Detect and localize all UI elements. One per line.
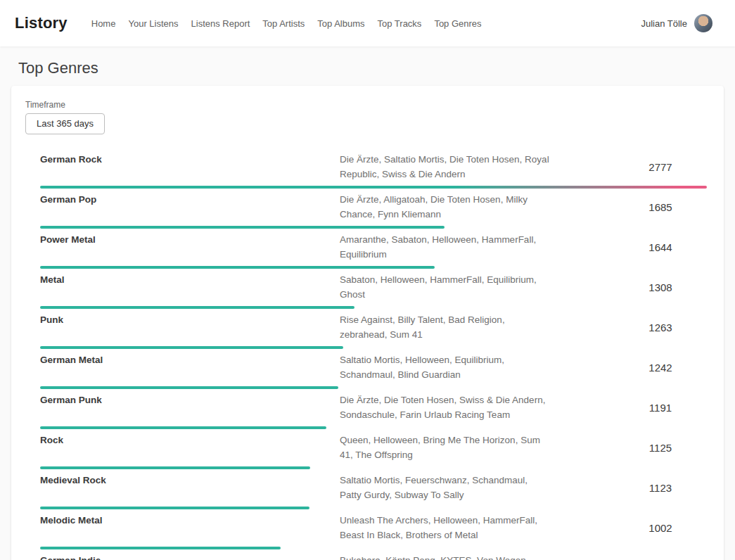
genre-name: Medieval Rock (40, 473, 340, 488)
genre-row: German Metal Saltatio Mortis, Helloween,… (40, 349, 710, 389)
nav-link-top-genres[interactable]: Top Genres (434, 18, 481, 29)
genre-count: 1191 (611, 400, 710, 415)
genre-artists: Die Ärzte, Saltatio Mortis, Die Toten Ho… (340, 152, 551, 182)
nav-link-top-albums[interactable]: Top Albums (317, 18, 364, 29)
genre-artists: Sabaton, Helloween, HammerFall, Equilibr… (340, 272, 551, 302)
genre-name: German Rock (40, 152, 340, 167)
genre-count: 1644 (611, 240, 710, 255)
page-title: Top Genres (18, 59, 735, 77)
timeframe-select[interactable]: Last 365 days (25, 113, 105, 134)
nav-link-top-artists[interactable]: Top Artists (262, 18, 305, 29)
genre-count: 1263 (611, 320, 710, 335)
nav-link-home[interactable]: Home (91, 18, 116, 29)
genre-name: German Punk (40, 393, 340, 407)
nav-left: Listory HomeYour ListensListens ReportTo… (15, 14, 482, 32)
app-logo[interactable]: Listory (15, 14, 68, 32)
genre-count: 1308 (611, 280, 710, 295)
genre-row: German Indie Bukahara, Käptn Peng, KYTES… (40, 549, 710, 560)
genre-artists: Bukahara, Käptn Peng, KYTES, Von Wegen L… (340, 553, 551, 560)
nav-links: HomeYour ListensListens ReportTop Artist… (79, 18, 482, 29)
genre-name: German Pop (40, 192, 340, 207)
nav-link-listens-report[interactable]: Listens Report (191, 18, 250, 29)
genre-name: Punk (40, 312, 340, 327)
main-content: Top Genres Timeframe Last 365 days Germa… (0, 59, 735, 560)
top-genres-card: Timeframe Last 365 days German Rock Die … (11, 86, 724, 560)
genre-row: Melodic Metal Unleash The Archers, Hello… (40, 509, 710, 549)
genre-row: German Pop Die Ärzte, Alligatoah, Die To… (40, 189, 710, 229)
genre-name: German Indie (40, 553, 340, 560)
genre-name: Metal (40, 272, 340, 287)
genre-row: Rock Queen, Helloween, Bring Me The Hori… (40, 429, 710, 469)
genre-artists: Die Ärzte, Alligatoah, Die Toten Hosen, … (340, 192, 551, 222)
genre-row: Power Metal Amaranthe, Sabaton, Hellowee… (40, 229, 710, 269)
genre-row: German Rock Die Ärzte, Saltatio Mortis, … (40, 148, 710, 189)
genre-row: Medieval Rock Saltatio Mortis, Feuerschw… (40, 469, 710, 509)
nav-link-your-listens[interactable]: Your Listens (128, 18, 178, 29)
genre-count: 2777 (611, 160, 710, 174)
user-name: Julian Tölle (641, 18, 687, 29)
genre-artists: Queen, Helloween, Bring Me The Horizon, … (340, 433, 551, 462)
genre-artists: Unleash The Archers, Helloween, HammerFa… (340, 513, 551, 542)
user-menu[interactable]: Julian Tölle (641, 14, 712, 32)
genre-count: 1125 (611, 440, 710, 455)
genre-name: Power Metal (40, 232, 340, 247)
genre-row: German Punk Die Ärzte, Die Toten Hosen, … (40, 389, 710, 429)
genre-row: Metal Sabaton, Helloween, HammerFall, Eq… (40, 269, 710, 309)
genre-artists: Die Ärzte, Die Toten Hosen, Swiss & Die … (340, 393, 551, 422)
genre-name: German Metal (40, 352, 340, 367)
genre-row: Punk Rise Against, Billy Talent, Bad Rel… (40, 309, 710, 349)
genre-name: Melodic Metal (40, 513, 340, 528)
genre-artists: Amaranthe, Sabaton, Helloween, HammerFal… (340, 232, 551, 262)
timeframe-label: Timeframe (25, 100, 710, 110)
timeframe-filter: Timeframe Last 365 days (25, 100, 710, 134)
top-nav: Listory HomeYour ListensListens ReportTo… (0, 0, 735, 46)
genre-count: 1685 (611, 200, 710, 215)
user-avatar (694, 14, 712, 32)
genre-artists: Saltatio Mortis, Helloween, Equilibrium,… (340, 352, 551, 382)
genre-artists: Rise Against, Billy Talent, Bad Religion… (340, 312, 551, 342)
genre-count: 1123 (611, 481, 710, 495)
genre-count: 1242 (611, 360, 710, 375)
genre-name: Rock (40, 433, 340, 447)
genre-count: 1002 (611, 521, 710, 535)
genres-list: German Rock Die Ärzte, Saltatio Mortis, … (40, 148, 710, 560)
genre-artists: Saltatio Mortis, Feuerschwanz, Schandmau… (340, 473, 551, 502)
nav-link-top-tracks[interactable]: Top Tracks (378, 18, 422, 29)
